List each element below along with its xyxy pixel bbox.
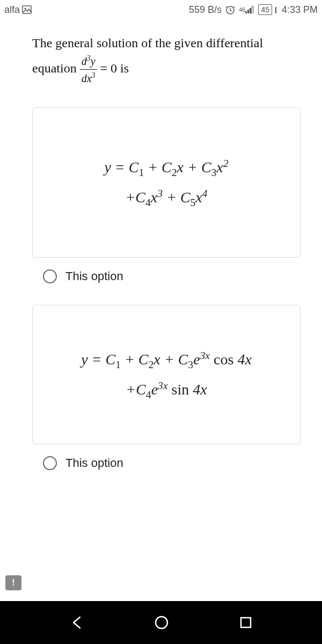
option-1-label: This option	[65, 269, 123, 283]
svg-rect-4	[247, 10, 249, 13]
option-2-math: y = C1 + C2x + C3e3x cos 4x +C4e3x sin 4…	[81, 345, 252, 406]
question-line-2: equation d3y dx3 = 0 is	[32, 53, 301, 86]
back-button[interactable]	[70, 616, 84, 630]
fraction: d3y dx3	[80, 53, 97, 86]
radio-icon	[43, 456, 57, 470]
svg-rect-3	[245, 11, 247, 13]
option-1-math: y = C1 + C2x + C3x2 +C4x3 + C5x4	[104, 152, 228, 214]
speed-label: 559 B/s	[189, 4, 222, 16]
battery-indicator: 45	[258, 4, 272, 15]
status-right: 559 B/s 46 45 ❙ 4:33 PM	[189, 4, 318, 16]
svg-rect-5	[250, 8, 251, 13]
question-text: The general solution of the given differ…	[32, 33, 301, 86]
option-card-2: y = C1 + C2x + C3e3x cos 4x +C4e3x sin 4…	[32, 305, 301, 444]
svg-rect-0	[23, 6, 31, 13]
chat-badge: !	[12, 578, 14, 588]
home-button[interactable]	[154, 615, 169, 630]
svg-point-7	[156, 617, 167, 628]
option-1-radio[interactable]: This option	[43, 269, 301, 283]
radio-icon	[43, 269, 57, 283]
nav-bar	[0, 601, 322, 644]
signal-icon: 46	[239, 6, 255, 13]
clock: 4:33 PM	[282, 4, 318, 16]
question-line-1: The general solution of the given differ…	[32, 33, 301, 53]
fraction-denominator: dx3	[80, 70, 97, 86]
svg-rect-8	[241, 618, 251, 627]
option-2-radio[interactable]: This option	[43, 456, 301, 470]
carrier-label: alfa	[4, 4, 20, 16]
recent-button[interactable]	[239, 616, 252, 629]
status-bar: alfa 559 B/s 46 45 ❙ 4:33 PM	[0, 0, 322, 19]
svg-rect-6	[252, 6, 253, 13]
content-area: The general solution of the given differ…	[0, 19, 322, 470]
chat-bubble-icon[interactable]: !	[5, 575, 21, 590]
status-left: alfa	[4, 4, 32, 16]
option-2-label: This option	[65, 456, 123, 470]
alarm-icon	[225, 4, 236, 15]
option-card-1: y = C1 + C2x + C3x2 +C4x3 + C5x4	[32, 107, 301, 258]
fraction-numerator: d3y	[80, 53, 97, 70]
image-icon	[22, 5, 32, 14]
